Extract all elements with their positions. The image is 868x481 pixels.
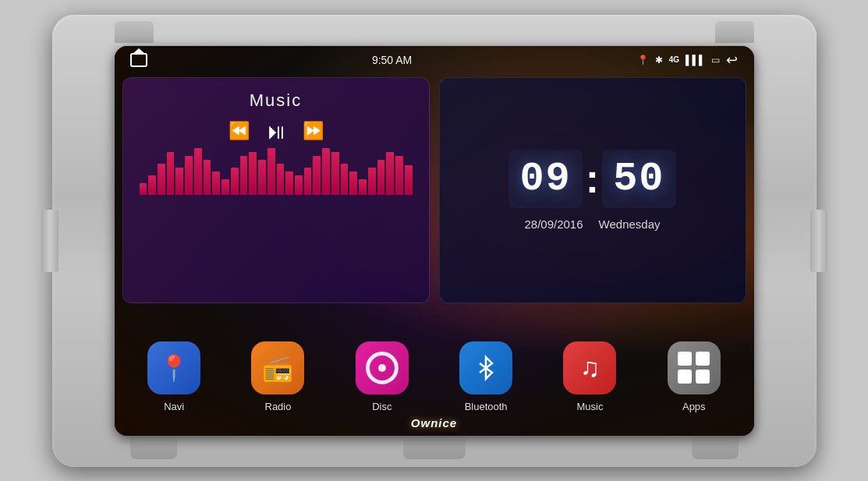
apps-sq4 — [696, 370, 710, 384]
navi-label: Navi — [164, 401, 184, 412]
apps-icon — [668, 341, 721, 394]
disc-icon — [356, 341, 409, 394]
app-disc[interactable]: Disc — [351, 341, 413, 412]
spectrum-bar — [313, 156, 321, 195]
tab-bottom-left — [130, 436, 177, 459]
spectrum-bar — [295, 175, 303, 195]
car-unit: MIC RST ⏻ ⌂ ↩ ◀+ ◀− 9:50 AM 📍 ✱ 4G ▌▌▌ — [52, 15, 817, 467]
apps-sq3 — [678, 370, 692, 384]
app-radio[interactable]: 📻 Radio — [246, 341, 309, 412]
widgets-area: Music ⏪ ⏯ ⏩ 09 : 50 28 — [122, 77, 746, 303]
screen: 9:50 AM 📍 ✱ 4G ▌▌▌ ▭ ↩ Music ⏪ ⏯ — [115, 46, 754, 436]
spectrum-bar — [377, 160, 385, 195]
tab-top-right — [715, 21, 754, 43]
home-icon[interactable] — [130, 53, 147, 67]
clock-date: 28/09/2016 Wednesday — [524, 218, 660, 231]
spectrum-bar — [194, 148, 202, 195]
spectrum-bar — [304, 168, 312, 195]
clock-hour: 09 — [508, 150, 582, 208]
spectrum-bar — [158, 164, 165, 195]
spectrum-bar — [231, 168, 239, 195]
spectrum-bar — [368, 168, 376, 195]
music-widget-title: Music — [250, 90, 302, 111]
forward-button[interactable]: ⏩ — [303, 121, 324, 141]
clock-minute: 50 — [602, 150, 675, 208]
spectrum-bar — [341, 164, 349, 195]
spectrum-bar — [395, 156, 403, 195]
music-controls: ⏪ ⏯ ⏩ — [229, 118, 324, 144]
bluetooth-label: Bluetooth — [465, 401, 508, 412]
app-apps[interactable]: Apps — [663, 341, 725, 412]
app-navi[interactable]: 📍 Navi — [143, 341, 205, 412]
disc-label: Disc — [372, 401, 391, 412]
music-widget: Music ⏪ ⏯ ⏩ — [122, 77, 430, 303]
tab-top-left — [115, 21, 154, 43]
location-icon: 📍 — [637, 55, 649, 65]
clock-day-value: Wednesday — [599, 218, 661, 231]
radio-label: Radio — [265, 401, 292, 412]
music-app-icon: ♫ — [563, 341, 616, 394]
signal-icon: ▌▌▌ — [686, 55, 706, 65]
disc-circle-icon — [366, 352, 399, 384]
bracket-right — [810, 210, 827, 272]
back-nav-icon[interactable]: ↩ — [726, 51, 738, 69]
clock-time: 09 : 50 — [508, 150, 675, 208]
spectrum-bar — [240, 156, 248, 195]
apps-grid-icon — [668, 342, 719, 393]
spectrum-bar — [258, 160, 266, 195]
bracket-left — [41, 210, 58, 272]
bluetooth-status-icon: ✱ — [655, 55, 663, 65]
screen-bezel: MIC RST ⏻ ⌂ ↩ ◀+ ◀− 9:50 AM 📍 ✱ 4G ▌▌▌ — [115, 46, 754, 436]
app-bluetooth[interactable]: Bluetooth — [455, 341, 517, 412]
status-right: 📍 ✱ 4G ▌▌▌ ▭ ↩ — [637, 51, 739, 69]
spectrum-bar — [331, 152, 339, 195]
spectrum-bar — [185, 156, 193, 195]
network-icon: 4G — [669, 55, 679, 64]
spectrum-bar — [267, 148, 275, 195]
music-spectrum — [136, 152, 416, 195]
clock-colon: : — [586, 155, 599, 202]
spectrum-bar — [175, 168, 183, 195]
rewind-button[interactable]: ⏪ — [229, 121, 250, 141]
spectrum-bar — [249, 152, 257, 195]
spectrum-bar — [204, 160, 211, 195]
status-time: 9:50 AM — [372, 54, 412, 66]
clock-widget: 09 : 50 28/09/2016 Wednesday — [439, 77, 746, 303]
bluetooth-svg — [472, 354, 500, 382]
music-label: Music — [576, 401, 603, 412]
spectrum-bar — [322, 148, 330, 195]
spectrum-bar — [359, 179, 367, 195]
apps-sq1 — [678, 352, 692, 366]
radio-icon: 📻 — [251, 341, 304, 394]
spectrum-bar — [285, 172, 293, 195]
spectrum-bar — [167, 152, 175, 195]
spectrum-bar — [277, 164, 285, 195]
spectrum-bar — [212, 172, 220, 195]
status-left — [130, 53, 147, 67]
play-pause-button[interactable]: ⏯ — [265, 118, 287, 144]
tab-bottom-right — [692, 436, 739, 459]
tab-bottom-center — [403, 436, 466, 459]
navi-icon: 📍 — [147, 341, 200, 394]
status-bar: 9:50 AM 📍 ✱ 4G ▌▌▌ ▭ ↩ — [115, 46, 754, 74]
brand-label: Ownice — [115, 416, 754, 430]
spectrum-bar — [148, 175, 156, 195]
app-grid: 📍 Navi 📻 Radio Disc — [122, 341, 746, 412]
clock-date-value: 28/09/2016 — [524, 218, 583, 231]
app-music[interactable]: ♫ Music — [558, 341, 621, 412]
spectrum-bar — [221, 179, 229, 195]
spectrum-bar — [405, 165, 413, 195]
spectrum-bar — [349, 172, 357, 195]
spectrum-bar — [140, 183, 147, 195]
apps-label: Apps — [682, 401, 706, 412]
apps-sq2 — [696, 352, 710, 366]
bluetooth-icon — [459, 341, 512, 394]
spectrum-bar — [386, 152, 394, 195]
battery-icon: ▭ — [711, 55, 720, 65]
